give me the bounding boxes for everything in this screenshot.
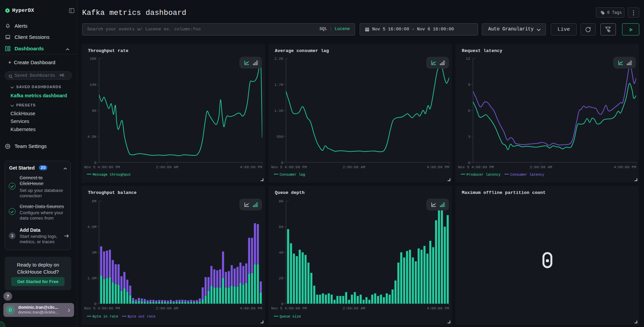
svg-text:2:00:00 AM: 2:00:00 AM [156,306,178,310]
svg-text:2:00:00 AM: 2:00:00 AM [343,165,365,169]
svg-text:40: 40 [279,251,283,255]
svg-text:4:00:00 PM: 4:00:00 PM [240,165,262,169]
svg-text:18K: 18K [90,57,96,61]
svg-text:0: 0 [94,161,96,165]
svg-text:4:00:00 PM: 4:00:00 PM [614,165,636,169]
svg-text:14K: 14K [90,83,96,87]
svg-text:0: 0 [281,161,283,165]
svg-text:1.7K: 1.7K [275,83,284,87]
svg-text:550: 550 [277,135,283,139]
svg-text:4:00:00 PM: 4:00:00 PM [427,306,449,310]
svg-text:Consumer lag: Consumer lag [280,173,305,177]
svg-text:1.1K: 1.1K [275,109,284,113]
svg-text:2:00:00 AM: 2:00:00 AM [343,306,365,310]
svg-text:3: 3 [468,135,470,139]
svg-text:Producer latency: Producer latency [467,173,501,177]
svg-text:Nov 5 4:00:00 PM: Nov 5 4:00:00 PM [271,165,307,169]
svg-text:80: 80 [279,199,283,203]
svg-text:Nov 5 4:00:00 PM: Nov 5 4:00:00 PM [84,165,120,169]
svg-text:6: 6 [468,109,470,113]
svg-text:Byte in rate: Byte in rate [93,315,118,319]
svg-text:0: 0 [468,161,470,165]
svg-text:4:00:00 PM: 4:00:00 PM [427,165,449,169]
svg-text:4:00:00 PM: 4:00:00 PM [240,306,262,310]
svg-text:Consumer latency: Consumer latency [510,173,544,177]
svg-text:Queue size: Queue size [280,315,301,319]
svg-text:9: 9 [468,83,470,87]
svg-text:0: 0 [94,302,96,306]
svg-text:2:00:00 AM: 2:00:00 AM [530,165,552,169]
svg-text:4.5M: 4.5M [88,225,96,229]
svg-text:4.5K: 4.5K [88,135,97,139]
svg-text:60: 60 [279,225,283,229]
svg-text:Message throughput: Message throughput [93,173,131,177]
svg-text:3M: 3M [92,251,96,255]
svg-text:9K: 9K [92,109,97,113]
svg-text:20: 20 [279,276,283,280]
svg-text:12: 12 [466,57,470,61]
svg-text:2.2K: 2.2K [275,57,284,61]
svg-text:2:00:00 AM: 2:00:00 AM [156,165,178,169]
svg-text:Byte out rate: Byte out rate [128,315,156,319]
svg-text:1.5M: 1.5M [88,276,96,280]
svg-text:Nov 5 4:00:00 PM: Nov 5 4:00:00 PM [458,165,494,169]
svg-text:0: 0 [281,302,283,306]
svg-text:Nov 5 4:00:00 PM: Nov 5 4:00:00 PM [271,306,307,310]
svg-text:Nov 5 4:00:00 PM: Nov 5 4:00:00 PM [84,306,120,310]
svg-text:6M: 6M [92,199,96,203]
